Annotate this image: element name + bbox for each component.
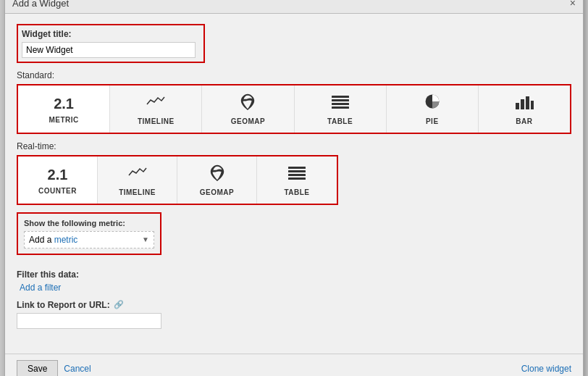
dialog-titlebar: Add a Widget × — [5, 0, 583, 14]
widget-title-input[interactable] — [22, 42, 196, 58]
metric-field-label: Show the following metric: — [24, 219, 154, 227]
close-button[interactable]: × — [570, 0, 576, 8]
widget-title-section: Widget title: — [17, 24, 571, 63]
standard-pie-btn[interactable]: PIE — [387, 85, 479, 133]
svg-rect-10 — [288, 170, 306, 172]
standard-geomap-label: GEOMAP — [231, 117, 265, 125]
dialog-body: Widget title: Standard: 2.1 METRIC — [5, 14, 583, 346]
link-label: Link to Report or URL: 🔗 — [17, 300, 571, 310]
realtime-counter-label: COUNTER — [38, 187, 77, 195]
geomap-icon — [238, 93, 258, 114]
metric-dropdown[interactable]: Add a metric ▼ — [24, 231, 154, 248]
realtime-type-group: 2.1 COUNTER TIMELINE — [17, 155, 338, 205]
pie-icon — [422, 93, 442, 114]
realtime-timeline-btn[interactable]: TIMELINE — [98, 156, 177, 204]
clone-widget-button[interactable]: Clone widget — [521, 364, 571, 374]
standard-table-btn[interactable]: TABLE — [295, 85, 387, 133]
svg-rect-1 — [332, 99, 349, 101]
link-section: Link to Report or URL: 🔗 — [17, 300, 571, 329]
chevron-down-icon: ▼ — [142, 235, 149, 243]
standard-type-group: 2.1 METRIC TIMELINE — [17, 84, 571, 134]
standard-label: Standard: — [17, 70, 571, 80]
widget-title-box: Widget title: — [17, 24, 205, 63]
link-input[interactable] — [17, 313, 161, 329]
standard-section: Standard: 2.1 METRIC TIMELINE — [17, 70, 571, 134]
realtime-timeline-label: TIMELINE — [119, 188, 156, 196]
standard-geomap-btn[interactable]: GEOMAP — [202, 85, 294, 133]
metric-icon: 2.1 — [54, 94, 74, 113]
filter-section: Filter this data: Add a filter — [17, 270, 571, 293]
metric-field-section: Show the following metric: Add a metric … — [17, 212, 571, 262]
metric-dropdown-text: Add a metric — [29, 235, 77, 245]
realtime-geomap-btn[interactable]: GEOMAP — [177, 156, 257, 204]
svg-rect-5 — [516, 103, 519, 109]
svg-rect-7 — [526, 96, 529, 109]
realtime-counter-btn[interactable]: 2.1 COUNTER — [18, 156, 98, 204]
svg-rect-9 — [288, 167, 306, 169]
svg-rect-0 — [332, 96, 349, 98]
footer-left: Save Cancel — [17, 360, 91, 377]
svg-rect-2 — [332, 103, 349, 105]
metric-box: Show the following metric: Add a metric … — [17, 212, 161, 255]
realtime-label: Real-time: — [17, 141, 571, 151]
dialog-title: Add a Widget — [12, 0, 69, 9]
metric-link[interactable]: metric — [54, 235, 78, 245]
standard-pie-label: PIE — [426, 117, 439, 125]
filter-label: Filter this data: — [17, 270, 571, 280]
dialog-footer: Save Cancel Clone widget — [5, 354, 583, 377]
link-report-icon: 🔗 — [114, 300, 124, 309]
realtime-table-btn[interactable]: TABLE — [257, 156, 337, 204]
add-widget-dialog: Add a Widget × Widget title: Standard: 2… — [4, 0, 584, 376]
cancel-button[interactable]: Cancel — [64, 364, 91, 374]
realtime-table-icon — [287, 164, 307, 185]
realtime-section: Real-time: 2.1 COUNTER TIMELINE — [17, 141, 571, 205]
standard-bar-label: BAR — [516, 117, 532, 125]
realtime-geomap-icon — [207, 164, 227, 185]
realtime-timeline-icon — [127, 164, 148, 185]
standard-metric-label: METRIC — [49, 116, 78, 124]
standard-table-label: TABLE — [327, 117, 353, 125]
realtime-geomap-label: GEOMAP — [200, 188, 234, 196]
timeline-icon — [146, 93, 166, 114]
add-filter-link[interactable]: Add a filter — [20, 283, 61, 293]
svg-rect-6 — [521, 99, 524, 109]
standard-timeline-btn[interactable]: TIMELINE — [110, 85, 202, 133]
svg-rect-11 — [288, 174, 306, 176]
bar-icon — [514, 93, 534, 114]
standard-metric-btn[interactable]: 2.1 METRIC — [18, 85, 110, 133]
svg-rect-12 — [288, 177, 306, 180]
svg-rect-3 — [332, 106, 349, 109]
svg-rect-8 — [531, 101, 534, 109]
standard-bar-btn[interactable]: BAR — [479, 85, 570, 133]
widget-title-label: Widget title: — [22, 29, 200, 39]
counter-icon: 2.1 — [48, 165, 68, 184]
table-icon — [330, 93, 350, 114]
realtime-table-label: TABLE — [284, 188, 309, 196]
standard-timeline-label: TIMELINE — [138, 117, 175, 125]
save-button[interactable]: Save — [17, 360, 58, 377]
